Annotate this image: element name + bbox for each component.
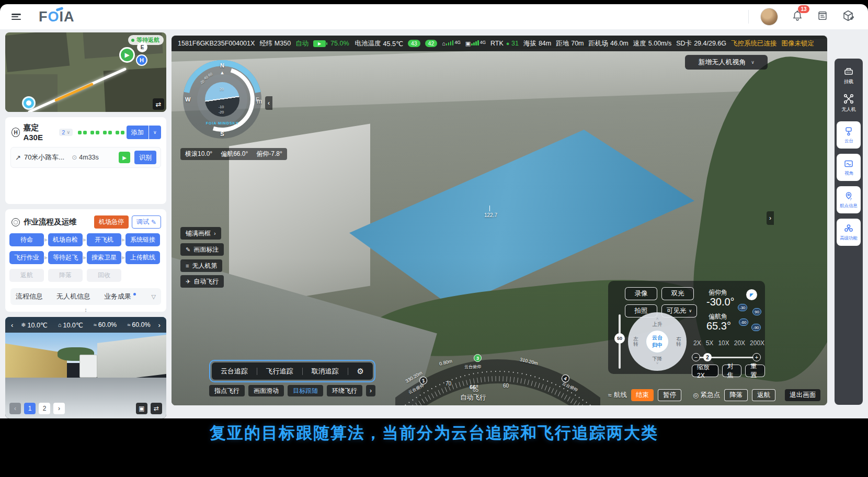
task-row[interactable]: ↗ 70米小路车... ⊙ 4m33s ▶ 识别 <box>10 147 161 168</box>
mode-orbit[interactable]: 环绕飞行 <box>327 385 362 396</box>
sidebar-item-gimbal[interactable]: 云台 <box>837 121 861 149</box>
fit-frame-button[interactable]: 铺满画框› <box>180 227 221 240</box>
minimap[interactable]: ▶ E H 等待返航 ⇄ <box>5 32 166 112</box>
collapse-widget-handle[interactable]: ‹ <box>265 96 272 110</box>
page-next-button[interactable]: › <box>53 403 65 414</box>
step-return-home[interactable]: 返航 <box>9 269 44 282</box>
sort-icon[interactable]: ↕ <box>5 306 166 313</box>
add-drone-view-dropdown[interactable]: 新增无人机视角∨ <box>685 55 768 70</box>
sidebar-item-advanced[interactable]: 高级功能 <box>837 219 861 246</box>
pause-button[interactable]: 暂停 <box>658 389 681 401</box>
auto-flight-button[interactable]: ✈自动飞行 <box>180 275 224 288</box>
step-upload-route[interactable]: 上传航线 <box>125 251 160 264</box>
drone-list-button[interactable]: ≡无人机第 <box>180 259 222 272</box>
mode-screen-drag[interactable]: 画面滑动 <box>248 385 284 396</box>
recognize-button[interactable]: 识别 <box>134 151 156 164</box>
reset-button[interactable]: 重置 <box>745 365 765 377</box>
gimbal-track-button[interactable]: 云台追踪 <box>221 367 248 376</box>
annotate-button[interactable]: ✎画面标注 <box>180 243 224 256</box>
arc-marker-3[interactable]: 3 <box>474 354 482 362</box>
filter-icon[interactable]: ▽ <box>152 293 156 300</box>
step-system-link[interactable]: 系统链接 <box>125 233 160 246</box>
cube-icon[interactable] <box>842 9 854 24</box>
mode-more-button[interactable]: › <box>366 385 375 396</box>
zoom-stepper-knob[interactable]: 2 <box>703 353 712 361</box>
page-2-button[interactable]: 2 <box>39 403 50 414</box>
zoom-10x[interactable]: 10X <box>718 339 729 347</box>
gimbal-pitch-knob[interactable]: ◤ <box>746 289 757 300</box>
return-home-button[interactable]: 返航 <box>752 389 775 401</box>
step-recover[interactable]: 回收 <box>87 269 121 282</box>
pip-icon[interactable]: ▣ <box>136 403 147 414</box>
pad-right-button[interactable]: 右转 <box>675 336 682 347</box>
gimbal-recenter-button[interactable]: 云台归中 <box>645 330 669 354</box>
zoom-200x[interactable]: 200X <box>750 339 764 347</box>
sidebar-item-waypoint-info[interactable]: 航点信息 <box>837 186 861 213</box>
step-search-satellite[interactable]: 搜索卫星 <box>87 251 121 264</box>
task-play-button[interactable]: ▶ <box>119 152 130 163</box>
prev-camera-icon[interactable]: ‹ <box>9 321 15 329</box>
next-camera-icon[interactable]: › <box>157 321 162 329</box>
drone-marker[interactable]: ▶ <box>119 47 135 63</box>
step-land[interactable]: 降落 <box>48 269 83 282</box>
step-flight-job[interactable]: 飞行作业 <box>9 251 44 264</box>
signal-dots <box>78 131 127 134</box>
step-standby[interactable]: 待命 <box>9 233 44 246</box>
record-button[interactable]: 录像 <box>625 287 657 300</box>
dial-90[interactable]: 90 <box>752 308 761 315</box>
dock-marker[interactable] <box>22 96 36 110</box>
avatar[interactable] <box>760 8 778 26</box>
debug-button[interactable]: 调试✎ <box>132 215 161 229</box>
step-power-on[interactable]: 开飞机 <box>87 233 121 246</box>
sidebar-item-view[interactable]: 视角 <box>837 154 861 181</box>
dial--30[interactable]: -30 <box>738 304 747 311</box>
expand-sidebar-handle[interactable]: › <box>767 211 774 225</box>
cancel-track-button[interactable]: 取消追踪 <box>312 367 339 376</box>
pad-left-button[interactable]: 左转 <box>632 336 639 347</box>
tab-drone-info[interactable]: 无人机信息 <box>56 292 90 301</box>
emergency-point[interactable]: ◎紧急点 <box>693 391 720 400</box>
land-button[interactable]: 降落 <box>724 389 748 401</box>
focus-button[interactable]: 对焦 <box>722 365 742 377</box>
step-wait-takeoff[interactable]: 等待起飞 <box>48 251 83 264</box>
zoom-20x[interactable]: 20X <box>734 339 745 347</box>
menu-icon[interactable] <box>12 14 21 20</box>
attitude-compass[interactable]: ▲ N S W E 20 40 60 20 -10 -20 FOIA MINDS… <box>183 60 261 139</box>
add-dropdown-button[interactable]: ∨ <box>149 126 161 139</box>
pad-up-button[interactable]: ˄上升 <box>653 317 663 327</box>
main-video-feed[interactable]: 1581F6GKB235F004001X 经纬 M350 自动 ▶ 75.0% … <box>172 36 827 405</box>
speed-slider[interactable]: 50 <box>614 314 625 369</box>
map-swap-icon[interactable]: ⇄ <box>153 98 164 110</box>
notification-bell-icon[interactable]: 13 <box>792 10 803 24</box>
device-count-dropdown[interactable]: 2∨ <box>59 129 73 136</box>
page-prev-button[interactable]: ‹ <box>9 403 21 414</box>
pad-down-button[interactable]: 下降˅ <box>653 356 663 366</box>
exit-view-button[interactable]: 退出画面 <box>785 389 820 401</box>
slider-knob[interactable]: 50 <box>614 333 625 344</box>
mode-target-follow[interactable]: 目标跟随 <box>288 385 323 396</box>
swap-view-icon[interactable]: ⇄ <box>151 403 162 414</box>
tracking-settings-icon[interactable]: ⚙ <box>357 367 364 376</box>
page-1-button[interactable]: 1 <box>24 403 36 414</box>
end-mission-button[interactable]: 结束 <box>631 389 654 401</box>
mode-point-fly[interactable]: 指点飞行 <box>209 385 245 396</box>
dual-light-button[interactable]: 双光 <box>661 287 694 300</box>
step-selfcheck[interactable]: 机场自检 <box>48 233 83 246</box>
zoom-2x[interactable]: 2X <box>693 339 701 347</box>
emergency-stop-button[interactable]: 机场急停 <box>94 215 129 229</box>
route-toggle[interactable]: ≈航线 <box>608 391 627 400</box>
zoom-plus-button[interactable]: + <box>752 353 761 361</box>
flight-track-button[interactable]: 飞行追踪 <box>266 367 293 376</box>
home-marker[interactable]: H <box>136 54 147 66</box>
sidebar-item-payload[interactable]: 挂载 <box>837 66 861 85</box>
zoom-apply-button[interactable]: 缩放 2X <box>692 365 718 377</box>
tab-process-info[interactable]: 流程信息 <box>16 292 43 301</box>
zoom-5x[interactable]: 5X <box>706 339 714 347</box>
tab-business-results[interactable]: 业务成果 <box>104 292 131 301</box>
dial--90[interactable]: -90 <box>751 324 761 331</box>
dial--60[interactable]: -60 <box>739 319 748 326</box>
add-button[interactable]: 添加 <box>127 126 148 139</box>
zoom-minus-button[interactable]: − <box>692 353 700 361</box>
document-icon[interactable] <box>817 10 828 24</box>
sidebar-item-drone[interactable]: 无人机 <box>837 94 861 113</box>
